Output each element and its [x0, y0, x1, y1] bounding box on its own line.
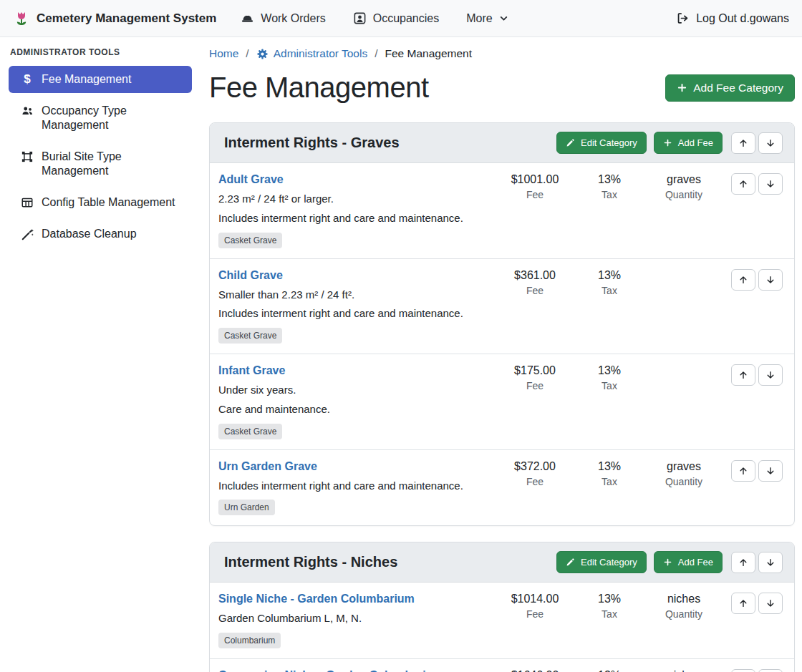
sidebar-item-label: Burial Site Type Management — [42, 150, 180, 178]
fee-col: $1001.00 Fee — [498, 173, 572, 200]
arrow-down-icon — [765, 557, 776, 568]
category-list: Interment Rights - Graves Edit Category … — [209, 122, 795, 672]
tax-value: 13% — [572, 593, 647, 605]
quantity-label: Quantity — [647, 608, 721, 620]
add-fee-category-label: Add Fee Category — [693, 82, 783, 94]
tax-value: 13% — [572, 269, 647, 282]
fee-name-link[interactable]: Companion Niche - Garden Columbarium — [218, 669, 443, 672]
arrow-up-icon — [738, 370, 748, 380]
arrow-down-icon — [765, 598, 776, 608]
breadcrumb-home-label: Home — [209, 47, 238, 60]
fee-name-link[interactable]: Urn Garden Grave — [218, 460, 317, 473]
move-fee-up-button[interactable] — [731, 593, 755, 614]
breadcrumb: Home / Administrat — [209, 47, 795, 60]
add-fee-category-button[interactable]: Add Fee Category — [665, 74, 795, 102]
arrow-up-icon — [738, 466, 748, 476]
move-fee-up-button[interactable] — [731, 269, 755, 291]
tax-label: Tax — [572, 189, 647, 200]
nav-label: More — [466, 12, 492, 25]
fee-amount: $361.00 — [498, 269, 572, 282]
fee-col: $1646.00 Fee — [498, 669, 572, 672]
add-fee-button[interactable]: Add Fee — [654, 132, 723, 154]
nav-item-occupancies[interactable]: Occupancies — [353, 11, 440, 25]
fee-name-link[interactable]: Child Grave — [218, 269, 283, 282]
arrow-up-icon — [738, 557, 748, 568]
add-fee-button[interactable]: Add Fee — [654, 551, 723, 573]
tax-col: 13% Tax — [572, 460, 647, 487]
nav-label: Work Orders — [261, 12, 325, 25]
logout-button[interactable]: Log Out d.gowans — [676, 11, 789, 25]
move-category-up-button[interactable] — [731, 552, 755, 573]
arrow-up-icon — [738, 138, 748, 148]
main-nav: Work Orders Occupancies More — [241, 11, 508, 25]
quantity-col: niches Quantity — [647, 669, 721, 672]
fee-amount: $1001.00 — [498, 173, 572, 186]
tax-value: 13% — [572, 669, 647, 672]
tax-label: Tax — [572, 608, 647, 620]
logout-icon — [676, 11, 690, 25]
move-category-down-button[interactable] — [758, 552, 783, 573]
quantity-value: niches — [647, 593, 721, 605]
fee-col: $1014.00 Fee — [498, 593, 572, 620]
quantity-col: graves Quantity — [647, 173, 721, 200]
quantity-col: niches Quantity — [647, 593, 721, 620]
add-fee-label: Add Fee — [678, 137, 713, 148]
fee-row: Infant Grave Under six years. Care and m… — [210, 354, 794, 449]
edit-category-button[interactable]: Edit Category — [556, 551, 647, 573]
breadcrumb-current: Fee Management — [385, 47, 473, 60]
fee-amount: $1014.00 — [498, 593, 572, 605]
nav-item-work-orders[interactable]: Work Orders — [241, 11, 325, 25]
move-fee-down-button[interactable] — [758, 269, 783, 291]
gear-icon — [256, 48, 269, 60]
pencil-icon — [566, 557, 575, 567]
fee-category-card: Interment Rights - Niches Edit Category … — [209, 542, 795, 672]
plus-icon — [663, 138, 672, 147]
sidebar-item-label: Config Table Management — [42, 195, 175, 210]
sidebar-item-burial-site-type-management[interactable]: Burial Site Type Management — [9, 143, 192, 185]
arrow-down-icon — [765, 370, 776, 380]
fee-name-link[interactable]: Adult Grave — [218, 173, 284, 186]
fee-category-card: Interment Rights - Graves Edit Category … — [209, 122, 795, 526]
quantity-value: niches — [647, 669, 721, 672]
fee-label: Fee — [498, 189, 572, 200]
move-fee-up-button[interactable] — [731, 669, 755, 672]
sidebar-item-occupancy-type-management[interactable]: Occupancy Type Management — [9, 97, 192, 139]
arrow-up-icon — [738, 179, 748, 189]
move-fee-up-button[interactable] — [731, 173, 755, 195]
fee-main: Infant Grave Under six years. Care and m… — [218, 364, 498, 439]
fee-name-link[interactable]: Infant Grave — [218, 364, 285, 377]
fee-arrows — [731, 669, 783, 672]
fee-col: $361.00 Fee — [498, 269, 572, 296]
arrow-down-icon — [765, 466, 776, 476]
breadcrumb-home-link[interactable]: Home — [209, 47, 238, 60]
fee-name-link[interactable]: Single Niche - Garden Columbarium — [218, 593, 415, 605]
edit-category-label: Edit Category — [581, 137, 637, 148]
sidebar-item-label: Occupancy Type Management — [42, 104, 180, 132]
move-fee-down-button[interactable] — [758, 593, 783, 614]
nav-item-more[interactable]: More — [466, 12, 508, 25]
move-fee-up-button[interactable] — [731, 460, 755, 482]
sidebar-item-fee-management[interactable]: $ Fee Management — [9, 66, 192, 93]
move-category-up-button[interactable] — [731, 132, 755, 154]
tax-col: 13% Tax — [572, 364, 647, 391]
fee-description: Under six years. — [218, 382, 491, 398]
arrow-up-icon — [738, 275, 748, 285]
move-fee-down-button[interactable] — [758, 669, 783, 672]
fee-main: Child Grave Smaller than 2.23 m² / 24 ft… — [218, 269, 498, 344]
fee-list: Adult Grave 2.23 m² / 24 ft² or larger. … — [210, 163, 794, 525]
fee-main: Adult Grave 2.23 m² / 24 ft² or larger. … — [218, 173, 498, 248]
move-fee-down-button[interactable] — [758, 173, 783, 195]
move-fee-down-button[interactable] — [758, 460, 783, 482]
move-fee-down-button[interactable] — [758, 364, 783, 386]
sidebar-item-config-table-management[interactable]: Config Table Management — [9, 189, 192, 216]
move-fee-up-button[interactable] — [731, 364, 755, 386]
breadcrumb-admin-tools-link[interactable]: Administrator Tools — [256, 47, 368, 60]
sidebar-item-database-cleanup[interactable]: Database Cleanup — [9, 220, 192, 248]
sidebar-heading: Administrator Tools — [10, 47, 190, 57]
fee-description-2: Includes interment right and care and ma… — [218, 306, 491, 321]
edit-category-button[interactable]: Edit Category — [556, 132, 647, 154]
vector-square-icon — [19, 150, 36, 163]
move-category-down-button[interactable] — [758, 132, 783, 154]
tax-label: Tax — [572, 380, 647, 391]
fee-arrows — [731, 269, 783, 291]
